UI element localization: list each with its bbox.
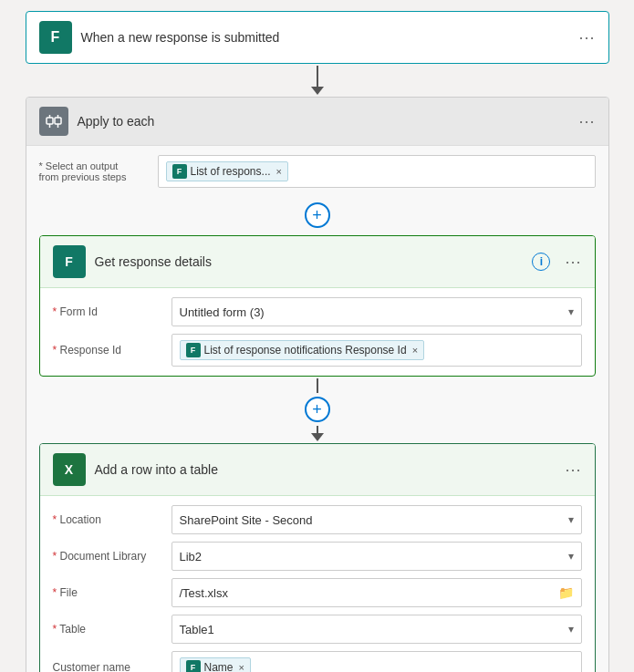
add-row-header: X Add a row into a table ··· bbox=[40, 444, 595, 496]
location-label: Location bbox=[53, 513, 162, 526]
file-value[interactable]: /Test.xlsx 📁 bbox=[171, 578, 582, 607]
customer-name-label: Customer name bbox=[53, 661, 162, 672]
file-row: File /Test.xlsx 📁 bbox=[53, 578, 582, 607]
name-chip-close[interactable]: × bbox=[239, 662, 244, 672]
add-step-button-middle[interactable]: + bbox=[305, 397, 330, 422]
document-library-row: Document Library Lib2 ▾ bbox=[53, 542, 582, 571]
info-button[interactable]: i bbox=[532, 253, 550, 271]
apply-to-each-body: * Select an output from previous steps F… bbox=[26, 146, 608, 672]
add-row-card: X Add a row into a table ··· Location Sh… bbox=[39, 443, 596, 672]
svg-rect-1 bbox=[55, 118, 61, 124]
response-id-label: Response Id bbox=[53, 344, 162, 357]
response-id-chip-close[interactable]: × bbox=[412, 345, 418, 356]
chip-close-button[interactable]: × bbox=[276, 166, 282, 177]
select-output-row: * Select an output from previous steps F… bbox=[39, 155, 596, 188]
location-value[interactable]: SharePoint Site - Second ▾ bbox=[171, 505, 582, 534]
customer-name-row: Customer name F Name × bbox=[53, 651, 582, 672]
document-library-dropdown-arrow: ▾ bbox=[568, 550, 574, 563]
form-id-row: Form Id Untitled form (3) ▾ bbox=[53, 297, 582, 326]
chip-forms-icon-2: F bbox=[186, 343, 201, 357]
get-response-body: Form Id Untitled form (3) ▾ Response Id … bbox=[40, 288, 595, 376]
get-response-more-button[interactable]: ··· bbox=[565, 253, 581, 272]
apply-to-each-more-button[interactable]: ··· bbox=[578, 112, 595, 131]
apply-to-each-title: Apply to each bbox=[78, 114, 570, 129]
get-response-card: F Get response details i ··· Form Id Unt… bbox=[39, 235, 596, 377]
location-dropdown-arrow: ▾ bbox=[568, 513, 574, 526]
form-id-label: Form Id bbox=[53, 305, 162, 318]
trigger-more-button[interactable]: ··· bbox=[578, 28, 595, 47]
table-dropdown-arrow: ▾ bbox=[568, 623, 574, 636]
list-of-responses-chip[interactable]: F List of respons... × bbox=[166, 161, 288, 181]
table-row: Table Table1 ▾ bbox=[53, 615, 582, 644]
add-row-body: Location SharePoint Site - Second ▾ Docu… bbox=[40, 496, 595, 672]
name-chip-icon: F bbox=[186, 660, 201, 672]
trigger-card: F When a new response is submitted ··· bbox=[26, 11, 609, 64]
customer-name-value[interactable]: F Name × bbox=[171, 651, 582, 672]
select-output-label: * Select an output from previous steps bbox=[39, 160, 149, 182]
add-row-title: Add a row into a table bbox=[95, 462, 556, 477]
form-id-value[interactable]: Untitled form (3) ▾ bbox=[171, 297, 582, 326]
get-response-forms-icon: F bbox=[53, 245, 86, 278]
response-id-chip[interactable]: F List of response notifications Respons… bbox=[180, 340, 425, 360]
inner-cards-wrapper: + F Get response details i ··· Form bbox=[39, 195, 596, 672]
document-library-value[interactable]: Lib2 ▾ bbox=[171, 542, 582, 571]
add-step-button-top[interactable]: + bbox=[305, 202, 330, 228]
connector-arrow-1 bbox=[308, 66, 327, 95]
response-id-row: Response Id F List of response notificat… bbox=[53, 334, 582, 367]
select-output-value[interactable]: F List of respons... × bbox=[158, 155, 596, 188]
apply-to-each-card: Apply to each ··· * Select an output fro… bbox=[26, 97, 609, 672]
document-library-label: Document Library bbox=[53, 550, 162, 563]
name-chip[interactable]: F Name × bbox=[180, 657, 251, 672]
add-row-excel-icon: X bbox=[53, 453, 86, 486]
svg-rect-0 bbox=[47, 118, 53, 124]
table-value[interactable]: Table1 ▾ bbox=[171, 615, 582, 644]
trigger-forms-icon: F bbox=[39, 21, 72, 54]
location-row: Location SharePoint Site - Second ▾ bbox=[53, 505, 582, 534]
table-label: Table bbox=[53, 623, 162, 636]
trigger-title: When a new response is submitted bbox=[81, 30, 570, 45]
apply-to-each-icon bbox=[39, 107, 68, 136]
apply-to-each-header: Apply to each ··· bbox=[26, 98, 608, 146]
get-response-title: Get response details bbox=[95, 254, 524, 269]
get-response-header: F Get response details i ··· bbox=[40, 236, 595, 288]
file-label: File bbox=[53, 586, 162, 599]
folder-icon: 📁 bbox=[558, 585, 574, 600]
add-row-more-button[interactable]: ··· bbox=[565, 460, 581, 480]
form-id-dropdown-arrow: ▾ bbox=[568, 305, 574, 318]
chip-forms-icon: F bbox=[172, 164, 187, 179]
response-id-value[interactable]: F List of response notifications Respons… bbox=[171, 334, 582, 367]
